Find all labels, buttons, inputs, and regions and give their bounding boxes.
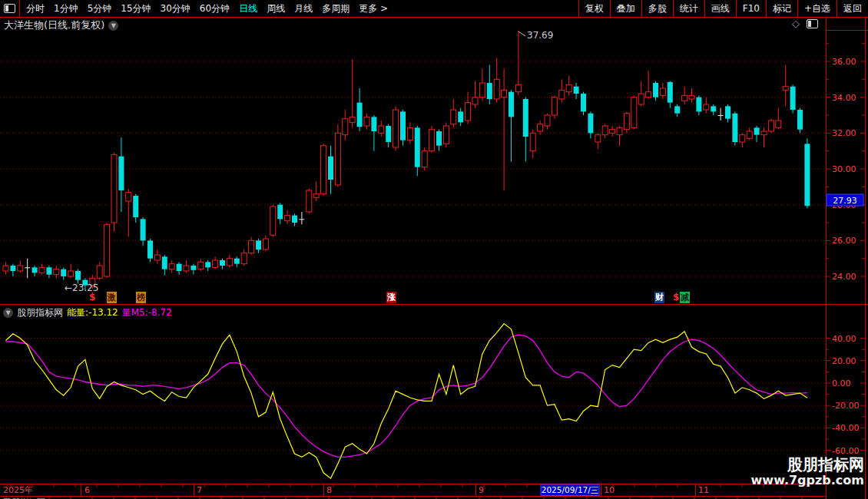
tools-menu: 复权叠加多股统计画线F10标记+自选返回 bbox=[578, 0, 868, 17]
tool-menu-item-4[interactable]: 画线 bbox=[704, 0, 736, 17]
candle-body bbox=[740, 135, 745, 142]
candle-body bbox=[682, 95, 687, 101]
chart-canvas[interactable]: 36.0034.0032.0030.0028.0026.0024.0040.00… bbox=[0, 0, 868, 499]
candle-body bbox=[133, 196, 138, 217]
timeline-month-label: 11 bbox=[698, 485, 709, 495]
candle-body bbox=[343, 119, 348, 135]
signal-marker-orange[interactable]: 榜 bbox=[136, 292, 146, 303]
menu-item-1[interactable]: 1分钟 bbox=[49, 2, 83, 15]
candle-body bbox=[3, 266, 8, 271]
tool-menu-item-5[interactable]: F10 bbox=[736, 0, 766, 17]
menu-item-8[interactable]: 月线 bbox=[290, 2, 317, 15]
menu-item-4[interactable]: 30分钟 bbox=[156, 2, 195, 15]
candle-body bbox=[32, 267, 38, 273]
candle-body bbox=[400, 111, 406, 140]
menu-item-7[interactable]: 周线 bbox=[262, 2, 290, 15]
tool-menu-item-0[interactable]: 复权 bbox=[578, 0, 610, 17]
menu-item-10[interactable]: 更多 > bbox=[354, 2, 393, 15]
candle-body bbox=[299, 219, 304, 220]
candle-body bbox=[754, 127, 760, 134]
candle-body bbox=[335, 133, 340, 185]
candle-body bbox=[111, 154, 117, 223]
candle-body bbox=[220, 260, 225, 266]
candle-body bbox=[725, 106, 731, 118]
candle-body bbox=[804, 144, 810, 206]
split-screen-icon[interactable] bbox=[807, 19, 818, 28]
watermark: 股朋指标网 www.7gpzb.com bbox=[722, 456, 864, 487]
watermark-url: www.7gpzb.com bbox=[722, 474, 864, 487]
candle-body bbox=[277, 205, 283, 220]
menu-item-5[interactable]: 60分钟 bbox=[195, 2, 234, 15]
timeline-month-label: 8 bbox=[326, 485, 332, 495]
indicator-axis-label: -40.00 bbox=[832, 423, 859, 433]
candle-body bbox=[184, 266, 189, 271]
candle-body bbox=[292, 216, 297, 223]
menu-item-0[interactable]: 分时 bbox=[22, 2, 49, 15]
candle-body bbox=[25, 267, 30, 268]
tool-menu-item-8[interactable]: 返回 bbox=[837, 0, 868, 17]
menu-item-2[interactable]: 5分钟 bbox=[83, 2, 117, 15]
candle-body bbox=[54, 269, 59, 275]
price-axis-label: 24.00 bbox=[832, 272, 856, 282]
candle-body bbox=[660, 88, 665, 95]
diamond-icon[interactable]: ◇ bbox=[792, 18, 800, 29]
tool-menu-item-3[interactable]: 统计 bbox=[673, 0, 704, 17]
candle-body bbox=[75, 271, 81, 280]
candle-body bbox=[610, 130, 615, 134]
candle-body bbox=[285, 216, 290, 221]
layout-icon-box[interactable] bbox=[0, 0, 20, 17]
trading-app-window: 36.0034.0032.0030.0028.0026.0024.0040.00… bbox=[0, 0, 868, 499]
signal-marker-dollar[interactable]: $ bbox=[88, 292, 96, 303]
chart-titlebar: 大洋生物(日线.前复权) ▼ bbox=[4, 18, 118, 32]
candle-body bbox=[46, 267, 51, 274]
candle-body bbox=[141, 219, 146, 240]
menu-item-6[interactable]: 日线 bbox=[234, 2, 262, 15]
candle-body bbox=[328, 157, 333, 180]
candle-body bbox=[509, 92, 514, 117]
candlesticks bbox=[3, 31, 810, 290]
signal-marker-blue[interactable]: 财 bbox=[654, 292, 664, 303]
candle-body bbox=[162, 256, 167, 269]
candle-body bbox=[198, 262, 204, 269]
menu-item-3[interactable]: 15分钟 bbox=[116, 2, 155, 15]
candle-body bbox=[559, 90, 565, 99]
candle-body bbox=[732, 114, 737, 142]
tool-menu-item-1[interactable]: 叠加 bbox=[610, 0, 641, 17]
candle-body bbox=[581, 94, 586, 111]
split-screen-icon bbox=[4, 4, 15, 13]
candle-body bbox=[61, 269, 66, 276]
indicator-header: ▼ 股朋指标网 能量:-13.12 量M5:-8.72 bbox=[3, 306, 172, 319]
signal-marker-dollar[interactable]: $ bbox=[672, 292, 680, 303]
candle-body bbox=[502, 90, 507, 97]
candle-body bbox=[776, 121, 781, 127]
candle-body bbox=[472, 97, 478, 104]
candle-body bbox=[436, 131, 442, 146]
candle-body bbox=[588, 114, 593, 134]
candle-body bbox=[364, 117, 369, 126]
candle-body bbox=[190, 266, 196, 270]
indicator-line1-value: 能量:-13.12 bbox=[67, 306, 118, 319]
tool-menu-item-6[interactable]: 标记 bbox=[766, 0, 797, 17]
chevron-down-icon[interactable]: ▼ bbox=[3, 308, 13, 318]
signal-marker-green[interactable]: 减 bbox=[680, 292, 690, 303]
chevron-down-icon[interactable]: ▼ bbox=[108, 21, 118, 31]
candle-body bbox=[545, 115, 550, 126]
candle-body bbox=[638, 94, 644, 104]
candle-body bbox=[18, 266, 23, 271]
tool-menu-item-7[interactable]: +自选 bbox=[797, 0, 837, 17]
candle-body bbox=[407, 127, 412, 140]
candle-body bbox=[494, 79, 499, 99]
signal-marker-red[interactable]: 涨 bbox=[386, 292, 396, 303]
candle-body bbox=[552, 97, 557, 115]
candle-body bbox=[249, 240, 254, 253]
candle-body bbox=[126, 192, 131, 201]
signal-marker-orange[interactable]: 激 bbox=[107, 292, 117, 303]
candle-body bbox=[306, 190, 312, 212]
tool-menu-item-2[interactable]: 多股 bbox=[641, 0, 673, 17]
top-menubar: 分时1分钟5分钟15分钟30分钟60分钟日线周线月线多周期更多 > 复权叠加多股… bbox=[0, 0, 868, 18]
indicator-line-energy bbox=[6, 324, 807, 478]
candle-body bbox=[761, 131, 767, 135]
candle-body bbox=[574, 87, 579, 94]
menu-item-9[interactable]: 多周期 bbox=[317, 2, 354, 15]
candle-body bbox=[429, 130, 435, 151]
